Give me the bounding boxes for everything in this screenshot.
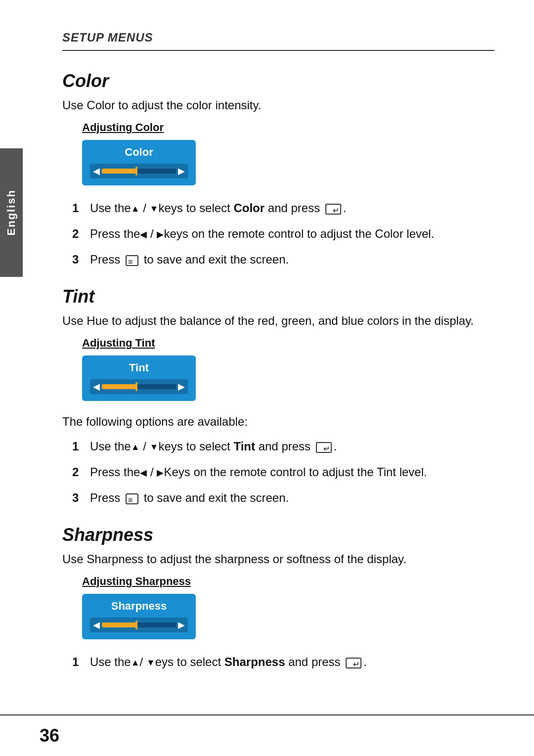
color-steps: 1 Use the▲ / ▼keys to select Color and p… bbox=[72, 199, 494, 268]
sharpness-osd-right-arrow: ▶ bbox=[178, 620, 185, 630]
sharpness-section: Sharpness Use Sharpness to adjust the sh… bbox=[62, 525, 494, 671]
page-number: 36 bbox=[40, 725, 59, 746]
tint-osd-title: Tint bbox=[90, 361, 188, 374]
tint-enter-icon bbox=[316, 442, 332, 453]
tint-menu-icon bbox=[126, 493, 138, 504]
sharpness-up-arrow-icon: ▲ bbox=[131, 658, 140, 667]
sharpness-osd-left-arrow: ◀ bbox=[93, 620, 100, 630]
color-description: Use Color to adjust the color intensity. bbox=[62, 98, 494, 112]
sharpness-step-1: 1 Use the▲/ ▼eys to select Sharpness and… bbox=[72, 653, 494, 671]
tint-down-arrow-icon: ▼ bbox=[150, 442, 159, 452]
sharpness-osd-bar-filled bbox=[102, 623, 135, 627]
tint-step-2-text: Press the◀ / ▶Keys on the remote control… bbox=[90, 463, 494, 481]
color-osd-left-arrow: ◀ bbox=[93, 166, 100, 177]
tint-osd-bar-indicator bbox=[135, 382, 137, 391]
color-step-1: 1 Use the▲ / ▼keys to select Color and p… bbox=[72, 199, 494, 217]
sharpness-steps: 1 Use the▲/ ▼eys to select Sharpness and… bbox=[72, 653, 494, 671]
right-arrow-icon: ▶ bbox=[157, 229, 164, 239]
tint-description: Use Hue to adjust the balance of the red… bbox=[62, 314, 494, 328]
color-step-3: 3 Press to save and exit the screen. bbox=[72, 251, 494, 268]
color-step-3-num: 3 bbox=[72, 251, 90, 268]
color-section: Color Use Color to adjust the color inte… bbox=[62, 71, 494, 268]
down-arrow-icon: ▼ bbox=[150, 204, 159, 214]
tint-osd-slider: ◀ ▶ bbox=[90, 379, 188, 394]
left-arrow-icon: ◀ bbox=[140, 229, 147, 239]
tint-left-arrow-icon: ◀ bbox=[140, 468, 147, 478]
tint-title: Tint bbox=[62, 286, 494, 307]
tint-extra-text: The following options are available: bbox=[62, 415, 494, 429]
color-step-2-text: Press the◀ / ▶keys on the remote control… bbox=[90, 225, 494, 243]
color-osd-bar-indicator bbox=[135, 167, 137, 176]
sidebar-english-label: English bbox=[0, 148, 23, 277]
sharpness-adjusting-label: Adjusting Sharpness bbox=[82, 575, 494, 588]
tint-step-2-num: 2 bbox=[72, 463, 90, 481]
header-title: SETUP MENUS bbox=[62, 31, 153, 44]
sharpness-enter-icon bbox=[346, 658, 361, 668]
color-title: Color bbox=[62, 71, 494, 91]
enter-icon bbox=[325, 204, 341, 215]
sharpness-osd-title: Sharpness bbox=[90, 600, 188, 613]
sharpness-osd-bar-indicator bbox=[135, 621, 137, 629]
tint-osd-bar bbox=[102, 383, 176, 391]
sharpness-osd-box: Sharpness ◀ ▶ bbox=[82, 594, 196, 639]
tint-osd-bar-filled bbox=[102, 384, 135, 389]
tint-step-3: 3 Press to save and exit the screen. bbox=[72, 489, 494, 507]
color-osd-slider: ◀ ▶ bbox=[90, 164, 188, 178]
tint-steps: 1 Use the▲ / ▼keys to select Tint and pr… bbox=[72, 438, 494, 507]
tint-osd-box: Tint ◀ ▶ bbox=[82, 356, 196, 401]
menu-icon bbox=[126, 255, 138, 266]
tint-step-1-num: 1 bbox=[72, 438, 90, 455]
tint-osd-bar-inner bbox=[102, 384, 176, 389]
page-footer: 36 bbox=[0, 714, 534, 756]
tint-step-3-num: 3 bbox=[72, 489, 90, 507]
color-osd-bar-inner bbox=[102, 169, 176, 174]
sharpness-down-arrow-icon: ▼ bbox=[146, 658, 155, 667]
color-adjusting-label: Adjusting Color bbox=[82, 121, 494, 134]
tint-adjusting-label: Adjusting Tint bbox=[82, 337, 494, 350]
up-arrow-icon: ▲ bbox=[131, 204, 140, 214]
page-wrapper: English SETUP MENUS Color Use Color to a… bbox=[0, 0, 534, 756]
color-osd-right-arrow: ▶ bbox=[178, 166, 185, 177]
tint-right-arrow-icon: ▶ bbox=[157, 468, 164, 478]
color-osd-title: Color bbox=[90, 146, 188, 159]
color-step-2-num: 2 bbox=[72, 225, 90, 243]
tint-step-1: 1 Use the▲ / ▼keys to select Tint and pr… bbox=[72, 438, 494, 455]
color-osd-box: Color ◀ ▶ bbox=[82, 140, 196, 185]
sidebar-text: English bbox=[5, 189, 18, 235]
sharpness-osd-slider: ◀ ▶ bbox=[90, 618, 188, 632]
page-header: SETUP MENUS bbox=[62, 30, 494, 51]
tint-step-2: 2 Press the◀ / ▶Keys on the remote contr… bbox=[72, 463, 494, 481]
sharpness-description: Use Sharpness to adjust the sharpness or… bbox=[62, 552, 494, 566]
tint-section: Tint Use Hue to adjust the balance of th… bbox=[62, 286, 494, 507]
color-step-1-num: 1 bbox=[72, 199, 90, 217]
sharpness-step-1-num: 1 bbox=[72, 653, 90, 671]
color-osd-bar-filled bbox=[102, 169, 135, 174]
color-osd-bar bbox=[102, 167, 176, 175]
tint-step-3-text: Press to save and exit the screen. bbox=[90, 489, 494, 507]
tint-osd-left-arrow: ◀ bbox=[93, 381, 100, 392]
tint-up-arrow-icon: ▲ bbox=[131, 442, 140, 452]
sharpness-osd-bar-inner bbox=[102, 623, 176, 627]
color-step-3-text: Press to save and exit the screen. bbox=[90, 251, 494, 268]
tint-osd-right-arrow: ▶ bbox=[178, 381, 185, 392]
color-step-2: 2 Press the◀ / ▶keys on the remote contr… bbox=[72, 225, 494, 243]
sharpness-osd-bar bbox=[102, 621, 176, 629]
main-content: SETUP MENUS Color Use Color to adjust th… bbox=[23, 0, 534, 718]
sharpness-step-1-text: Use the▲/ ▼eys to select Sharpness and p… bbox=[90, 653, 494, 671]
sharpness-title: Sharpness bbox=[62, 525, 494, 545]
tint-step-1-text: Use the▲ / ▼keys to select Tint and pres… bbox=[90, 438, 494, 455]
color-step-1-text: Use the▲ / ▼keys to select Color and pre… bbox=[90, 199, 494, 217]
